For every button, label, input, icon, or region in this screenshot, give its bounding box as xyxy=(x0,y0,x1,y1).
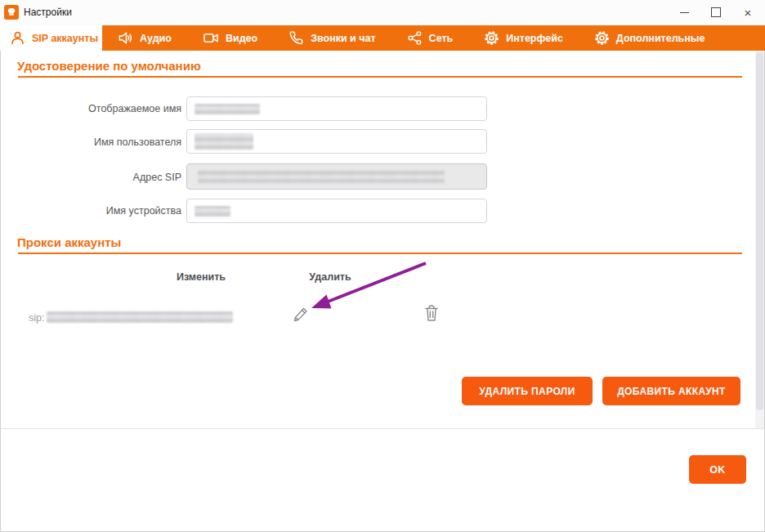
add-account-button[interactable]: ДОБАВИТЬ АККАУНТ xyxy=(602,377,740,405)
gear-icon xyxy=(594,30,610,46)
tab-audio[interactable]: Аудио xyxy=(102,25,187,51)
minimize-icon xyxy=(680,12,689,13)
redacted-value xyxy=(195,206,230,217)
proxy-account-address: sip: xyxy=(29,312,44,324)
tab-label: Дополнительные xyxy=(616,33,705,44)
column-header-edit: Изменить xyxy=(163,271,239,283)
proxy-section-rule xyxy=(18,253,742,254)
device-name-input[interactable] xyxy=(186,199,487,223)
tab-network[interactable]: Сеть xyxy=(391,25,469,51)
tab-calls-chat[interactable]: Звонки и чат xyxy=(273,25,391,51)
device-name-label: Имя устройства xyxy=(23,205,181,217)
identity-section-title: Удостоверение по умолчанию xyxy=(17,59,201,73)
footer-divider xyxy=(0,428,765,429)
sip-address-input xyxy=(186,163,487,190)
tab-label: Видео xyxy=(226,33,257,44)
trash-icon xyxy=(423,304,441,324)
pencil-icon xyxy=(292,306,310,325)
close-button[interactable]: × xyxy=(734,0,762,25)
username-input[interactable] xyxy=(186,129,487,154)
settings-tab-bar: SIP аккаунты Аудио Видео Звонки и чат Се… xyxy=(0,25,765,51)
tab-label: Звонки и чат xyxy=(311,33,375,44)
redacted-value xyxy=(195,133,253,150)
tab-label: Сеть xyxy=(429,33,454,44)
tab-interface[interactable]: Интерфейс xyxy=(468,25,579,51)
column-header-delete: Удалить xyxy=(301,271,360,283)
delete-passwords-button[interactable]: УДАЛИТЬ ПАРОЛИ xyxy=(462,377,593,405)
tab-label: SIP аккаунты xyxy=(32,33,98,44)
maximize-icon xyxy=(711,7,721,17)
tab-sip-accounts[interactable]: SIP аккаунты xyxy=(0,25,102,51)
camera-icon xyxy=(203,30,219,46)
identity-section-rule xyxy=(18,76,742,78)
redacted-value xyxy=(195,104,260,114)
person-icon xyxy=(10,30,25,46)
sip-address-label: Адрес SIP xyxy=(23,172,181,183)
scrollbar-thumb[interactable] xyxy=(756,52,763,410)
sip-prefix: sip: xyxy=(29,312,44,324)
tab-advanced[interactable]: Дополнительные xyxy=(579,25,721,51)
proxy-section-title: Прокси аккаунты xyxy=(17,235,121,249)
annotation-arrow xyxy=(0,0,765,532)
maximize-button[interactable] xyxy=(702,0,730,25)
tab-video[interactable]: Видео xyxy=(187,25,273,51)
gear-icon xyxy=(484,30,499,46)
username-label: Имя пользователя xyxy=(23,136,181,148)
speaker-icon xyxy=(118,30,133,46)
delete-account-button[interactable] xyxy=(423,304,441,327)
display-name-label: Отображаемое имя xyxy=(23,103,181,114)
tab-label: Аудио xyxy=(140,33,172,44)
display-name-input[interactable] xyxy=(186,96,487,121)
phone-icon xyxy=(289,30,304,46)
network-icon xyxy=(407,30,423,46)
app-logo-icon xyxy=(4,5,19,20)
settings-window: Настройки × SIP аккаунты Аудио Видео Зво… xyxy=(0,0,765,532)
edit-account-button[interactable] xyxy=(292,306,310,329)
redacted-value xyxy=(198,170,445,183)
window-title: Настройки xyxy=(24,7,72,18)
title-bar: Настройки × xyxy=(0,0,765,25)
tab-label: Интерфейс xyxy=(506,33,563,44)
minimize-button[interactable] xyxy=(670,0,698,25)
redacted-sip-address xyxy=(47,311,233,323)
ok-button[interactable]: OK xyxy=(689,455,746,484)
